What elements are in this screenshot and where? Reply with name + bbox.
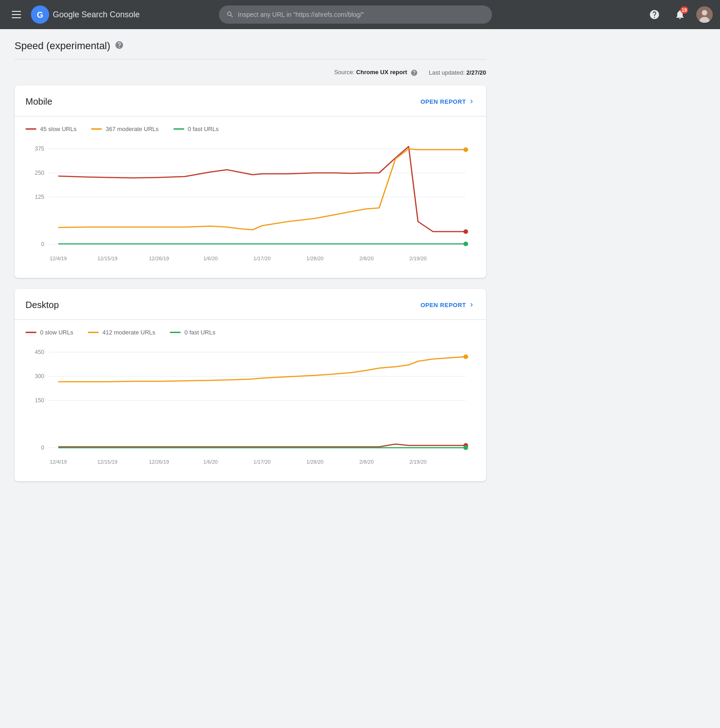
mobile-legend: 45 slow URLs 367 moderate URLs 0 fast UR…	[25, 126, 475, 132]
svg-text:2/19/20: 2/19/20	[410, 256, 427, 261]
mobile-legend-moderate: 367 moderate URLs	[91, 126, 158, 132]
svg-text:125: 125	[35, 194, 45, 200]
desktop-card: Desktop OPEN REPORT 0 slow URLs 412 mode…	[15, 289, 486, 481]
svg-text:12/15/19: 12/15/19	[97, 459, 117, 465]
source-text: Source: Chrome UX report	[334, 69, 418, 76]
mobile-fast-line	[173, 128, 184, 130]
chevron-right-icon	[468, 98, 475, 105]
svg-text:0: 0	[41, 241, 44, 248]
menu-button[interactable]	[7, 5, 25, 24]
svg-text:12/26/19: 12/26/19	[149, 256, 169, 261]
avatar[interactable]	[696, 6, 713, 23]
desktop-chart-svg: 450 300 150 0 12/4/19 12/15/19 12/26/19 …	[25, 343, 475, 470]
svg-text:1/28/20: 1/28/20	[306, 459, 324, 465]
svg-text:2/19/20: 2/19/20	[410, 459, 427, 465]
mobile-open-report-link[interactable]: OPEN REPORT	[421, 98, 475, 105]
mobile-moderate-label: 367 moderate URLs	[106, 126, 158, 132]
app-title: Google Search Console	[53, 10, 140, 20]
last-updated-value: 2/27/20	[466, 69, 486, 76]
svg-point-3	[702, 10, 707, 15]
mobile-chart-area: 375 250 125 0 12/4/19 12/15/19 12/26/19 …	[25, 140, 475, 267]
chevron-right-icon-desktop	[468, 301, 475, 308]
mobile-slow-label: 45 slow URLs	[40, 126, 76, 132]
page-help-svg	[115, 40, 124, 50]
svg-text:1/17/20: 1/17/20	[254, 256, 271, 261]
mobile-moderate-line	[91, 128, 102, 130]
mobile-card-header: Mobile OPEN REPORT	[25, 96, 475, 107]
header-actions: 19	[645, 5, 713, 24]
svg-point-23	[463, 242, 468, 246]
svg-text:0: 0	[41, 445, 44, 451]
svg-text:250: 250	[35, 170, 45, 176]
svg-text:150: 150	[35, 397, 45, 404]
desktop-fast-line	[170, 332, 181, 333]
desktop-moderate-line	[88, 332, 99, 333]
notification-count: 19	[680, 6, 688, 14]
desktop-chart-area: 450 300 150 0 12/4/19 12/15/19 12/26/19 …	[25, 343, 475, 470]
desktop-slow-label: 0 slow URLs	[40, 329, 73, 336]
mobile-fast-label: 0 fast URLs	[188, 126, 219, 132]
url-search-input[interactable]	[238, 11, 485, 18]
page-content: Speed (experimental) Source: Chrome UX r…	[0, 29, 501, 503]
svg-text:1/28/20: 1/28/20	[306, 256, 324, 261]
desktop-moderate-label: 412 moderate URLs	[102, 329, 155, 336]
mobile-card-title: Mobile	[25, 96, 52, 107]
help-button[interactable]	[645, 5, 664, 24]
desktop-legend-slow: 0 slow URLs	[25, 329, 73, 336]
svg-text:12/26/19: 12/26/19	[149, 459, 169, 465]
desktop-legend-moderate: 412 moderate URLs	[88, 329, 155, 336]
svg-text:2/8/20: 2/8/20	[359, 459, 373, 465]
meta-bar: Source: Chrome UX report Last updated: 2…	[15, 63, 486, 86]
mobile-card: Mobile OPEN REPORT 45 slow URLs 367 mode…	[15, 86, 486, 278]
svg-point-40	[463, 354, 468, 359]
svg-point-22	[463, 147, 468, 152]
mobile-legend-slow: 45 slow URLs	[25, 126, 76, 132]
desktop-legend: 0 slow URLs 412 moderate URLs 0 fast URL…	[25, 329, 475, 336]
desktop-fast-label: 0 fast URLs	[184, 329, 215, 336]
svg-point-21	[463, 229, 468, 234]
svg-text:12/15/19: 12/15/19	[97, 256, 117, 261]
desktop-card-header: Desktop OPEN REPORT	[25, 300, 475, 310]
notifications-wrapper: 19	[671, 5, 689, 24]
app-header: G Google Search Console 19	[0, 0, 720, 29]
svg-text:1/17/20: 1/17/20	[254, 459, 271, 465]
svg-text:450: 450	[35, 349, 45, 355]
google-logo-icon: G	[31, 5, 49, 24]
svg-text:2/8/20: 2/8/20	[359, 256, 373, 261]
page-title-row: Speed (experimental)	[15, 40, 486, 60]
svg-text:12/4/19: 12/4/19	[50, 459, 67, 465]
svg-text:1/6/20: 1/6/20	[203, 256, 218, 261]
url-search-bar[interactable]	[219, 5, 492, 24]
desktop-legend-fast: 0 fast URLs	[170, 329, 215, 336]
desktop-card-title: Desktop	[25, 300, 59, 310]
help-icon	[649, 9, 660, 20]
app-logo: G Google Search Console	[31, 5, 140, 24]
avatar-image	[696, 6, 713, 23]
svg-text:375: 375	[35, 146, 45, 152]
page-help-icon[interactable]	[115, 40, 124, 52]
svg-text:12/4/19: 12/4/19	[50, 256, 67, 261]
desktop-card-divider	[15, 319, 486, 320]
mobile-legend-fast: 0 fast URLs	[173, 126, 219, 132]
mobile-card-divider	[15, 116, 486, 116]
svg-point-42	[463, 445, 468, 450]
desktop-open-report-link[interactable]: OPEN REPORT	[421, 301, 475, 308]
svg-text:1/6/20: 1/6/20	[203, 459, 218, 465]
svg-text:G: G	[37, 10, 43, 20]
source-value: Chrome UX report	[356, 69, 407, 76]
desktop-slow-line	[25, 332, 36, 333]
search-icon	[226, 10, 234, 19]
mobile-slow-line	[25, 128, 36, 130]
source-help-icon[interactable]	[411, 69, 418, 76]
last-updated-text: Last updated: 2/27/20	[429, 69, 486, 76]
page-title: Speed (experimental)	[15, 40, 110, 52]
svg-text:300: 300	[35, 373, 45, 379]
mobile-chart-svg: 375 250 125 0 12/4/19 12/15/19 12/26/19 …	[25, 140, 475, 267]
